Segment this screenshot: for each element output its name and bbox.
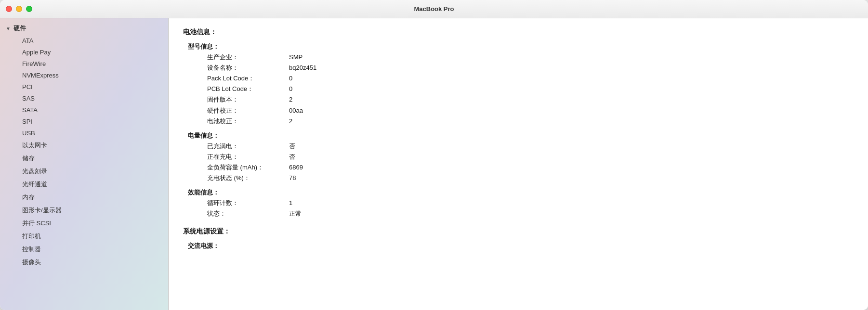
sidebar-item-ethernet[interactable]: 以太网卡 (3, 139, 165, 152)
hardware-section-label: 硬件 (13, 24, 26, 33)
battery-cal-row: 电池校正： 2 (183, 116, 854, 127)
sidebar-item-fiber[interactable]: 光纤通道 (3, 178, 165, 191)
sidebar-item-memory[interactable]: 内存 (3, 191, 165, 204)
sidebar-item-camera[interactable]: 摄像头 (3, 256, 165, 269)
sidebar-item-printer[interactable]: 打印机 (3, 230, 165, 243)
window-title: MacBook Pro (414, 5, 454, 13)
fully-charged-row: 已充满电： 否 (183, 141, 854, 152)
system-power-title: 系统电源设置： (183, 227, 854, 236)
detail-area: 电池信息： 型号信息： 生产企业： SMP 设备名称： bq20z451 Pac… (169, 18, 868, 310)
sidebar-item-sas[interactable]: SAS (3, 93, 165, 104)
pcb-lot-label: PCB Lot Code： (183, 84, 289, 94)
hardware-cal-row: 硬件校正： 00aa (183, 105, 854, 116)
firmware-label: 固件版本： (183, 94, 289, 105)
traffic-lights (6, 6, 32, 12)
battery-info-title: 电池信息： (183, 28, 854, 37)
close-button[interactable] (6, 6, 12, 12)
sidebar-item-spi[interactable]: SPI (3, 116, 165, 127)
sidebar-item-usb[interactable]: USB (3, 128, 165, 139)
sidebar-item-pci[interactable]: PCI (3, 81, 165, 92)
charge-state-label: 充电状态 (%)： (183, 173, 289, 183)
manufacturer-row: 生产企业： SMP (183, 52, 854, 63)
chevron-icon: ▼ (6, 26, 11, 31)
pcb-lot-value: 0 (289, 84, 292, 94)
pack-lot-row: Pack Lot Code： 0 (183, 73, 854, 84)
hardware-cal-value: 00aa (289, 105, 303, 116)
full-capacity-value: 6869 (289, 162, 303, 173)
firmware-row: 固件版本： 2 (183, 94, 854, 105)
firmware-value: 2 (289, 94, 292, 105)
sidebar-item-applepay[interactable]: Apple Pay (3, 47, 165, 58)
cycle-count-row: 循环计数： 1 (183, 198, 854, 208)
hardware-section-header[interactable]: ▼ 硬件 (0, 22, 168, 35)
sidebar: ▼ 硬件 ATA Apple Pay FireWire NVMExpress P… (0, 18, 169, 310)
device-name-label: 设备名称： (183, 63, 289, 73)
cycle-count-label: 循环计数： (183, 198, 289, 208)
fully-charged-value: 否 (289, 141, 295, 152)
status-value: 正常 (289, 208, 302, 219)
model-info-title: 型号信息： (183, 41, 854, 52)
battery-cal-label: 电池校正： (183, 116, 289, 127)
main-window: MacBook Pro ▼ 硬件 ATA Apple Pay FireWire (0, 0, 868, 310)
pcb-lot-row: PCB Lot Code： 0 (183, 84, 854, 94)
sidebar-item-sata[interactable]: SATA (3, 104, 165, 116)
charging-row: 正在充电： 否 (183, 152, 854, 162)
device-name-value: bq20z451 (289, 63, 316, 73)
charge-info-title: 电量信息： (183, 130, 854, 141)
main-content: ▼ 硬件 ATA Apple Pay FireWire NVMExpress P… (0, 18, 868, 310)
fully-charged-label: 已充满电： (183, 141, 289, 152)
ac-power-label: 交流电源： (183, 241, 854, 251)
performance-info-title: 效能信息： (183, 187, 854, 198)
sidebar-item-storage[interactable]: 储存 (3, 152, 165, 165)
hardware-section: ▼ 硬件 ATA Apple Pay FireWire NVMExpress P… (0, 22, 168, 269)
cycle-count-value: 1 (289, 198, 292, 208)
sidebar-item-parallelscsi[interactable]: 并行 SCSI (3, 217, 165, 230)
sidebar-item-nvmexpress[interactable]: NVMExpress (3, 70, 165, 81)
manufacturer-value: SMP (289, 52, 302, 63)
sidebar-item-optical[interactable]: 光盘刻录 (3, 165, 165, 178)
battery-cal-value: 2 (289, 116, 292, 127)
sidebar-item-firewire[interactable]: FireWire (3, 58, 165, 69)
full-capacity-row: 全负荷容量 (mAh)： 6869 (183, 162, 854, 173)
pack-lot-value: 0 (289, 73, 292, 84)
charge-state-row: 充电状态 (%)： 78 (183, 173, 854, 183)
sidebar-item-ata[interactable]: ATA (3, 35, 165, 46)
charging-value: 否 (289, 152, 295, 162)
minimize-button[interactable] (16, 6, 22, 12)
full-capacity-label: 全负荷容量 (mAh)： (183, 162, 289, 173)
pack-lot-label: Pack Lot Code： (183, 73, 289, 84)
manufacturer-label: 生产企业： (183, 52, 289, 63)
status-row: 状态： 正常 (183, 208, 854, 219)
device-name-row: 设备名称： bq20z451 (183, 63, 854, 73)
status-label: 状态： (183, 208, 289, 219)
charge-state-value: 78 (289, 173, 296, 183)
sidebar-item-controller[interactable]: 控制器 (3, 243, 165, 256)
sidebar-item-graphics[interactable]: 图形卡/显示器 (3, 204, 165, 217)
charging-label: 正在充电： (183, 152, 289, 162)
title-bar: MacBook Pro (0, 0, 868, 18)
hardware-cal-label: 硬件校正： (183, 105, 289, 116)
maximize-button[interactable] (26, 6, 32, 12)
